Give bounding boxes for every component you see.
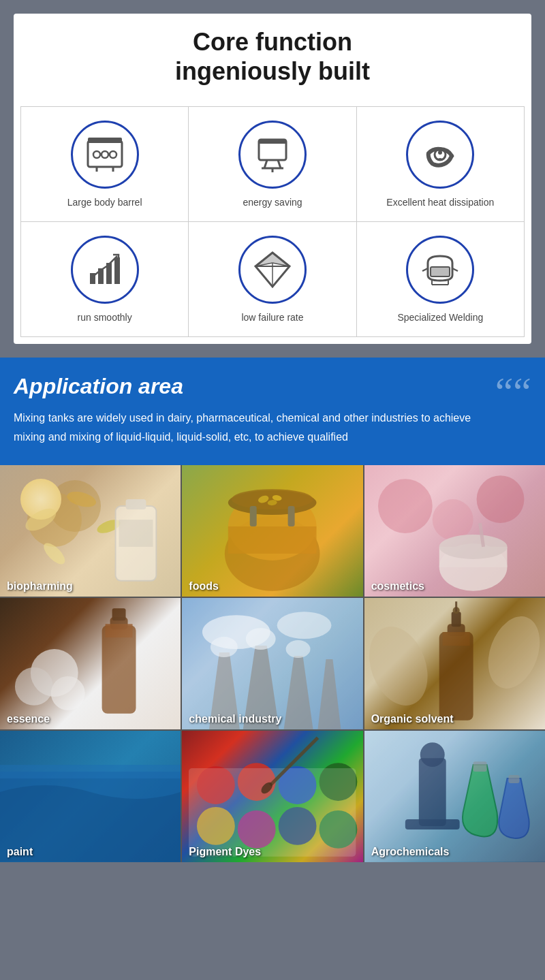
image-label-organic-solvent: Organic solvent: [364, 709, 461, 729]
svg-point-59: [15, 667, 53, 706]
svg-point-69: [246, 628, 276, 650]
svg-rect-63: [106, 624, 133, 637]
feature-label-energy-saving: energy saving: [243, 197, 302, 208]
core-title: Core function ingeniously built: [20, 27, 525, 86]
svg-rect-18: [114, 257, 120, 284]
svg-point-45: [232, 489, 313, 509]
svg-point-35: [65, 489, 98, 510]
image-cell-cosmetics: cosmetics: [364, 465, 545, 597]
feature-icon-run-smoothly: [71, 236, 139, 304]
svg-point-52: [476, 475, 524, 523]
feature-icon-large-body: [71, 121, 139, 189]
image-cell-paint: paint: [0, 731, 181, 862]
feature-icon-heat-dissipation: [406, 121, 474, 189]
svg-point-53: [432, 499, 473, 540]
svg-rect-27: [431, 267, 450, 276]
svg-rect-96: [473, 761, 486, 772]
image-cell-agrochemicals: Agrochemicals: [364, 731, 545, 862]
image-grid: biopharming foods: [0, 465, 545, 862]
image-label-chemical-industry: chemical industry: [182, 709, 288, 729]
feature-label-low-failure: low failure rate: [241, 312, 303, 323]
feature-large-body: Large body barrel: [21, 107, 189, 222]
svg-rect-75: [442, 632, 469, 646]
svg-point-67: [277, 612, 332, 639]
image-label-cosmetics: cosmetics: [364, 576, 431, 597]
image-cell-essence: essence: [0, 598, 181, 729]
image-label-pigment-dyes: Pigment Dyes: [182, 842, 268, 862]
image-label-paint: paint: [0, 842, 40, 862]
svg-rect-64: [112, 608, 126, 620]
svg-rect-93: [418, 758, 446, 826]
image-label-foods: foods: [182, 576, 225, 597]
feature-label-run-smoothly: run smoothly: [78, 312, 132, 323]
feature-run-smoothly: run smoothly: [21, 222, 189, 337]
svg-rect-1: [88, 138, 122, 143]
svg-rect-80: [0, 765, 181, 778]
svg-rect-8: [259, 140, 286, 144]
svg-rect-76: [451, 612, 461, 627]
feature-icon-welding: [406, 236, 474, 304]
image-cell-chemical-industry: chemical industry: [182, 598, 362, 729]
feature-energy-saving: energy saving: [189, 107, 356, 222]
application-title: Application area: [14, 374, 531, 399]
svg-point-71: [364, 618, 438, 714]
svg-rect-39: [126, 499, 146, 509]
feature-heat-dissipation: Excellent heat dissipation: [357, 107, 525, 222]
image-label-agrochemicals: Agrochemicals: [364, 842, 456, 862]
svg-point-68: [211, 637, 238, 657]
svg-line-9: [264, 160, 267, 168]
image-cell-biopharming: biopharming: [0, 465, 181, 597]
svg-point-51: [378, 479, 433, 533]
image-cell-foods: foods: [182, 465, 362, 597]
feature-label-heat-dissipation: Excellent heat dissipation: [386, 197, 494, 208]
feature-label-welding: Specialized Welding: [397, 312, 483, 323]
application-description: Mixing tanks are widely used in dairy, p…: [14, 409, 477, 445]
feature-icon-energy-saving: [238, 121, 307, 189]
image-cell-pigment-dyes: Pigment Dyes: [182, 731, 362, 862]
svg-rect-97: [508, 775, 519, 783]
svg-rect-47: [288, 506, 295, 526]
image-cell-organic-solvent: Organic solvent: [364, 598, 545, 729]
svg-line-10: [278, 160, 281, 168]
svg-point-3: [102, 151, 108, 158]
svg-point-14: [438, 151, 442, 155]
svg-point-36: [40, 539, 68, 567]
svg-rect-94: [405, 819, 460, 829]
svg-point-34: [22, 504, 59, 535]
application-section: Application area ““ Mixing tanks are wid…: [0, 358, 545, 464]
svg-rect-46: [250, 506, 257, 526]
svg-point-72: [479, 609, 545, 695]
feature-icon-low-failure: [238, 236, 307, 304]
quote-icon: ““: [495, 371, 531, 412]
feature-welding: Specialized Welding: [357, 222, 525, 337]
svg-point-4: [110, 151, 116, 158]
image-label-biopharming: biopharming: [0, 576, 80, 597]
core-section: Core function ingeniously built Large bo…: [14, 14, 531, 344]
image-label-essence: essence: [0, 709, 57, 729]
svg-rect-40: [119, 520, 153, 547]
features-grid: Large body barrel energy saving: [20, 106, 525, 337]
feature-low-failure: low failure rate: [189, 222, 356, 337]
svg-point-60: [51, 676, 85, 710]
feature-label-large-body: Large body barrel: [67, 197, 142, 208]
svg-rect-61: [102, 625, 136, 714]
svg-point-70: [286, 640, 311, 658]
svg-point-2: [93, 151, 100, 158]
svg-rect-43: [228, 526, 317, 554]
svg-point-95: [420, 742, 444, 767]
svg-point-56: [439, 535, 507, 559]
